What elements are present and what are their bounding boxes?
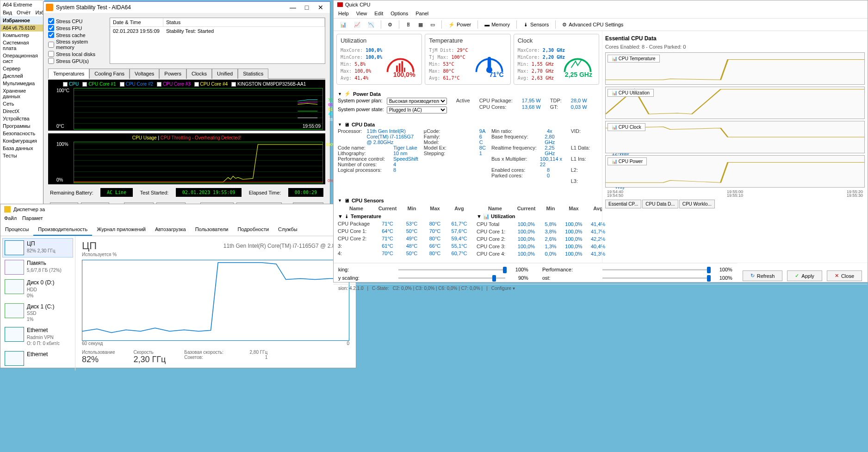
power-plan-select[interactable]: Высокая производительно... xyxy=(387,98,447,105)
cpu-usage-chart xyxy=(82,260,349,341)
tm-tab[interactable]: Автозагрузка xyxy=(150,224,191,236)
aida-tree-item[interactable]: Конфигурация xyxy=(0,137,44,144)
menu-view[interactable]: View xyxy=(356,11,367,16)
aida-tree-item[interactable]: Системная плата xyxy=(0,39,44,52)
menu-params[interactable]: Парамет xyxy=(22,215,43,221)
settings-icon[interactable]: ⚙ xyxy=(385,21,395,29)
tm-side-Диск 0 (D:)[interactable]: Диск 0 (D:)HDD0% xyxy=(2,277,73,301)
menu-panel[interactable]: Panel xyxy=(415,11,428,16)
stress-gpu-checkbox[interactable]: Stress GPU(s) xyxy=(48,57,106,64)
aida-tree-item[interactable]: Компьютер xyxy=(0,31,44,39)
aida-tree-item[interactable]: Сеть xyxy=(0,100,44,107)
configure-link[interactable]: Configure ▾ xyxy=(491,286,515,291)
aida-tree-item[interactable]: Мультимедиа xyxy=(0,80,44,87)
legend-item[interactable]: ✓KINGSTON OM8PDP3256B-AA1 xyxy=(231,82,306,87)
mini-chart: 📊 CPU Clock xyxy=(605,121,865,153)
graph-icon[interactable]: 📉 xyxy=(365,21,377,29)
tm-side-ЦП[interactable]: ЦП82% 2,30 ГГц xyxy=(2,238,73,257)
stress-fpu-checkbox[interactable]: Stress FPU xyxy=(48,25,106,31)
close-button[interactable]: ✕ xyxy=(314,3,328,12)
card-icon[interactable]: ▭ xyxy=(428,21,438,29)
tm-tab[interactable]: Журнал приложений xyxy=(92,224,150,236)
aida-tree-item[interactable]: Хранение данных xyxy=(0,87,44,100)
task-manager-window: ✕ Диспетчер за Файл Парамет ПроцессыПрои… xyxy=(0,204,356,368)
aida-tree-item[interactable]: Дисплей xyxy=(0,72,44,80)
essential-panel: Essential CPU Data Cores Enabled: 8 - Co… xyxy=(602,31,868,263)
stress-memory-checkbox[interactable]: Stress system memory xyxy=(48,38,106,50)
tm-side-Ethernet[interactable]: EthernetRadmin VPNО: 0 П: 0 кбит/с xyxy=(2,325,73,349)
menu-view[interactable]: Вид xyxy=(3,10,12,15)
maximize-button[interactable]: □ xyxy=(300,3,314,12)
menu-edit[interactable]: Edit xyxy=(374,11,383,16)
memory-button[interactable]: ▬ Memory xyxy=(482,21,513,28)
tab-clocks[interactable]: Clocks xyxy=(186,69,212,79)
bars-icon[interactable]: 📈 xyxy=(351,21,363,29)
slider[interactable] xyxy=(602,269,709,270)
elapsed-label: Elapsed Time: xyxy=(249,190,281,195)
tm-side-Ethernet[interactable]: Ethernet xyxy=(2,349,73,368)
tm-side-Диск 1 (C:)[interactable]: Диск 1 (C:)SSD1% xyxy=(2,301,73,325)
aida-tree-item[interactable]: Безопасность xyxy=(0,130,44,137)
aida-version: A64 v6.75.6100 xyxy=(0,25,44,31)
tab-voltages[interactable]: Voltages xyxy=(130,69,159,79)
power-data-section: ▼ ⚡ Power Data System power plan: Высока… xyxy=(336,88,599,116)
chart-icon[interactable]: 📊 xyxy=(337,21,349,29)
essential-tab[interactable]: CPU Worklo... xyxy=(679,200,715,208)
stress-disk-checkbox[interactable]: Stress local disks xyxy=(48,50,106,57)
tm-tab[interactable]: Процессы xyxy=(0,224,33,236)
stress-cache-checkbox[interactable]: Stress cache xyxy=(48,31,106,38)
aida-tree-item[interactable]: Сервер xyxy=(0,65,44,72)
slider[interactable] xyxy=(398,269,505,270)
essential-tab[interactable]: Essential CP... xyxy=(605,200,641,208)
tm-tab[interactable]: Подробности xyxy=(233,224,273,236)
advanced-button[interactable]: ⚙ Advanced CPU Settings xyxy=(559,21,626,29)
legend-item[interactable]: ✓CPU xyxy=(63,82,79,87)
event-log: Date & Time Status 02.01.2023 19:55:09 S… xyxy=(110,18,325,64)
power-state-select[interactable]: Plugged In (AC) xyxy=(387,107,447,113)
app-icon xyxy=(46,4,53,11)
tune-icon[interactable]: 🎚 xyxy=(403,21,414,28)
menu-options[interactable]: Options xyxy=(391,11,408,16)
menu-file[interactable]: Файл xyxy=(4,215,17,221)
tab-unified[interactable]: Unified xyxy=(212,69,238,79)
window-titlebar[interactable]: System Stability Test - AIDA64 — □ ✕ xyxy=(43,2,330,13)
aida-tree-item[interactable]: База данных xyxy=(0,144,44,152)
qc-titlebar[interactable]: Quick CPU xyxy=(334,0,868,9)
sensors-button[interactable]: 🌡 Sensors xyxy=(521,21,552,28)
cpu-data-section: ▼ 🖥 CPU Data Processor:11th Gen Intel(R)… xyxy=(336,119,599,192)
tm-icon xyxy=(4,206,11,213)
legend-item[interactable]: ✓CPU Core #2 xyxy=(120,82,153,87)
tab-statistics[interactable]: Statistics xyxy=(238,69,268,79)
aida-title: A64 Extreme xyxy=(0,0,44,9)
close-button[interactable]: ✕ Close xyxy=(827,270,862,281)
tm-side-Память[interactable]: Память5,6/7,8 ГБ (72%) xyxy=(2,257,73,277)
refresh-button[interactable]: ↻ Refresh xyxy=(743,270,783,281)
tm-tab[interactable]: Производительность xyxy=(33,224,92,236)
tm-tab[interactable]: Службы xyxy=(273,224,302,236)
apply-button[interactable]: ✓ Apply xyxy=(787,270,822,281)
legend-item[interactable]: ✓CPU Core #1 xyxy=(82,82,116,87)
menu-help[interactable]: Help xyxy=(338,11,349,16)
legend-item[interactable]: ✓CPU Core #4 xyxy=(194,82,228,87)
aida-tree-item[interactable]: Устройства xyxy=(0,115,44,122)
aida-tree-item[interactable]: DirectX xyxy=(0,107,44,115)
tab-powers[interactable]: Powers xyxy=(159,69,186,79)
aida-tree-item[interactable]: Операционная сист xyxy=(0,52,44,65)
tm-tab[interactable]: Пользователи xyxy=(191,224,233,236)
tab-cooling fans[interactable]: Cooling Fans xyxy=(89,69,130,79)
cpu-model: 11th Gen Intel(R) Core(TM) i7-1165G7 @ 2… xyxy=(82,243,349,249)
tab-temperatures[interactable]: Temperatures xyxy=(48,69,89,79)
grid-icon[interactable]: ▦ xyxy=(415,21,426,29)
cpu-sensors-section: ▼ 🖥 CPU Sensors NameCurrentMinMaxAvg▼ 🌡 … xyxy=(336,195,599,260)
slider[interactable] xyxy=(602,277,709,279)
aida-tree-item[interactable]: Программы xyxy=(0,122,44,130)
essential-tab[interactable]: CPU Data D... xyxy=(642,200,678,208)
minimize-button[interactable]: — xyxy=(286,3,300,12)
power-button[interactable]: ⚡ Power xyxy=(446,21,474,29)
slider[interactable] xyxy=(398,277,505,279)
stress-cpu-checkbox[interactable]: Stress CPU xyxy=(48,18,106,25)
legend-item[interactable]: ✓CPU Core #3 xyxy=(157,82,190,87)
aida-tree-item[interactable]: Тесты xyxy=(0,152,44,159)
menu-report[interactable]: Отчёт xyxy=(17,10,31,15)
tm-titlebar[interactable]: Диспетчер за xyxy=(0,204,356,214)
